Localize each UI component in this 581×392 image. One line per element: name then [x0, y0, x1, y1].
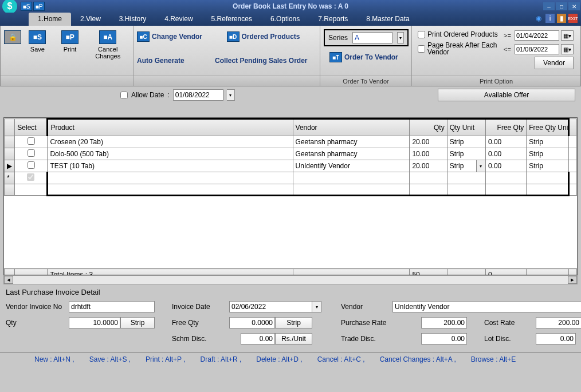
cancel-changes-button[interactable]: ■ACancel Changes: [86, 29, 129, 61]
trade-disc-input[interactable]: [421, 333, 467, 345]
invoice-date-input[interactable]: [229, 301, 312, 312]
shortcut-new[interactable]: New : Alt+N ,: [34, 355, 74, 363]
series-box: Series ▾: [324, 29, 409, 46]
cell-vendor[interactable]: Geetansh pharmacy: [293, 136, 410, 148]
shortcut-print[interactable]: Print : Alt+P ,: [146, 355, 185, 363]
minimize-button[interactable]: –: [543, 2, 555, 10]
allow-date-checkbox[interactable]: [120, 92, 128, 99]
horizontal-scrollbar[interactable]: ◄►: [3, 275, 578, 284]
allow-date-dropdown-icon[interactable]: ▾: [227, 89, 235, 101]
shortcut-browse[interactable]: Browse : Alt+E: [471, 355, 516, 363]
cell-qty-unit[interactable]: Strip▾: [447, 160, 485, 172]
cost-rate-label: Cost Rate: [484, 319, 536, 327]
scroll-left-icon: ◄: [4, 276, 13, 284]
cell-free-qty[interactable]: 0.00: [485, 136, 526, 148]
cell-free-qty-unit[interactable]: Strip: [527, 136, 568, 148]
available-offer-button[interactable]: Available Offer: [438, 89, 575, 101]
save-button[interactable]: ■SSave: [21, 29, 54, 54]
shortcut-save[interactable]: Save : Alt+S ,: [89, 355, 131, 363]
vendor-button[interactable]: Vendor: [535, 57, 574, 69]
col-qty-unit[interactable]: Qty Unit: [447, 119, 485, 136]
cell-free-qty-unit[interactable]: Strip: [527, 160, 568, 172]
date-from-op: >=: [504, 32, 513, 39]
cell-vendor[interactable]: UnIdentify Vendor: [293, 160, 410, 172]
shortcut-cancel-changes[interactable]: Cancel Changes : Alt+A ,: [380, 355, 456, 363]
vendor-invoice-no-input[interactable]: [69, 301, 155, 312]
allow-date-colon: :: [167, 91, 169, 99]
menu-view[interactable]: 2.View: [71, 13, 110, 26]
col-free-qty[interactable]: Free Qty: [485, 119, 526, 136]
calendar-icon[interactable]: ▦▾: [561, 30, 574, 41]
page-break-checkbox[interactable]: Page Break After Each Vendor: [418, 42, 504, 56]
lot-disc-input[interactable]: [536, 333, 576, 345]
menu-references[interactable]: 5.References: [202, 13, 261, 26]
tool-icon[interactable]: ▮: [557, 14, 566, 23]
maximize-button[interactable]: □: [556, 2, 567, 10]
menu-review[interactable]: 4.Review: [155, 13, 202, 26]
print-button[interactable]: ■PPrint: [54, 29, 87, 54]
cell-free-qty[interactable]: 0.00: [485, 148, 526, 160]
cell-qty[interactable]: 20.00: [410, 160, 447, 172]
vendor-input[interactable]: [392, 301, 581, 312]
cell-free-qty[interactable]: 0.00: [485, 160, 526, 172]
menu-master-data[interactable]: 8.Master Data: [357, 13, 418, 26]
calendar-icon[interactable]: ▦▾: [561, 44, 574, 54]
col-free-qty-unit[interactable]: Free Qty Unit: [527, 119, 568, 136]
collect-pending-button[interactable]: Collect Pending Sales Order: [215, 57, 307, 65]
cell-qty-unit[interactable]: Strip: [447, 148, 485, 160]
schm-disc-input[interactable]: [241, 333, 275, 345]
menu-home[interactable]: 1.Home: [29, 13, 71, 26]
cell-qty[interactable]: 20.00: [410, 136, 447, 148]
print-icon: ■P: [61, 30, 78, 44]
cost-rate-input[interactable]: [536, 317, 581, 328]
cell-vendor[interactable]: Geetansh pharmacy: [293, 148, 410, 160]
row-select-checkbox[interactable]: [28, 149, 35, 157]
row-select-checkbox[interactable]: [28, 137, 35, 145]
corner-header: [5, 119, 15, 136]
col-tail: [568, 119, 576, 136]
purchase-rate-input[interactable]: [421, 317, 467, 328]
col-product[interactable]: Product: [48, 119, 293, 136]
qty-unit: Strip: [120, 317, 155, 328]
cell-product[interactable]: Croseen (20 Tab): [48, 136, 293, 148]
qty-unit-dropdown-icon[interactable]: ▾: [476, 160, 485, 172]
ordered-products-icon: ■D: [227, 31, 240, 42]
menu-options[interactable]: 6.Options: [261, 13, 309, 26]
row-select-checkbox[interactable]: [28, 161, 35, 169]
exit-icon[interactable]: EXIT: [568, 14, 578, 23]
cell-free-qty-unit[interactable]: Strip: [527, 148, 568, 160]
ordered-products-button[interactable]: ■DOrdered Products: [227, 31, 317, 42]
series-input[interactable]: [352, 32, 392, 43]
auto-generate-button[interactable]: Auto Generate: [137, 57, 184, 65]
col-qty[interactable]: Qty: [410, 119, 447, 136]
cell-qty-unit[interactable]: Strip: [447, 136, 485, 148]
print-ordered-checkbox[interactable]: Print Ordered Products: [418, 30, 504, 38]
totals-free-qty: 0: [485, 269, 526, 276]
col-select[interactable]: Select: [15, 119, 48, 136]
shortcut-draft[interactable]: Draft : Alt+R ,: [201, 355, 242, 363]
detail-title: Last Purchase Invoice Detail: [6, 288, 575, 296]
close-button[interactable]: ✕: [568, 2, 580, 10]
col-vendor[interactable]: Vendor: [293, 119, 410, 136]
series-label: Series: [328, 34, 348, 42]
cell-product[interactable]: TEST (10 Tab): [48, 160, 293, 172]
order-to-vendor-button[interactable]: ■TOrder To Vendor: [329, 52, 398, 62]
invoice-date-dropdown-icon[interactable]: ▾: [312, 301, 321, 312]
allow-date-input[interactable]: [173, 89, 223, 101]
help-icon[interactable]: ◉: [534, 14, 543, 23]
shortcut-cancel[interactable]: Cancel : Alt+C ,: [317, 355, 365, 363]
cell-product[interactable]: Dolo-500 (500 Tab): [48, 148, 293, 160]
date-to-input[interactable]: [515, 44, 559, 54]
info-icon[interactable]: i: [545, 14, 555, 23]
date-from-input[interactable]: [515, 30, 559, 41]
free-qty-input[interactable]: [229, 317, 275, 328]
cell-qty[interactable]: 10.00: [410, 148, 447, 160]
ribbon-group-2: [134, 76, 320, 86]
shortcut-delete[interactable]: Delete : Alt+D ,: [256, 355, 302, 363]
change-vendor-button[interactable]: ■CChange Vendor: [137, 31, 227, 42]
menu-reports[interactable]: 7.Reports: [309, 13, 357, 26]
series-dropdown-icon[interactable]: ▾: [397, 32, 404, 43]
lock-icon: 🔒: [4, 30, 21, 44]
qty-input[interactable]: [69, 317, 120, 328]
menu-history[interactable]: 3.History: [110, 13, 155, 26]
